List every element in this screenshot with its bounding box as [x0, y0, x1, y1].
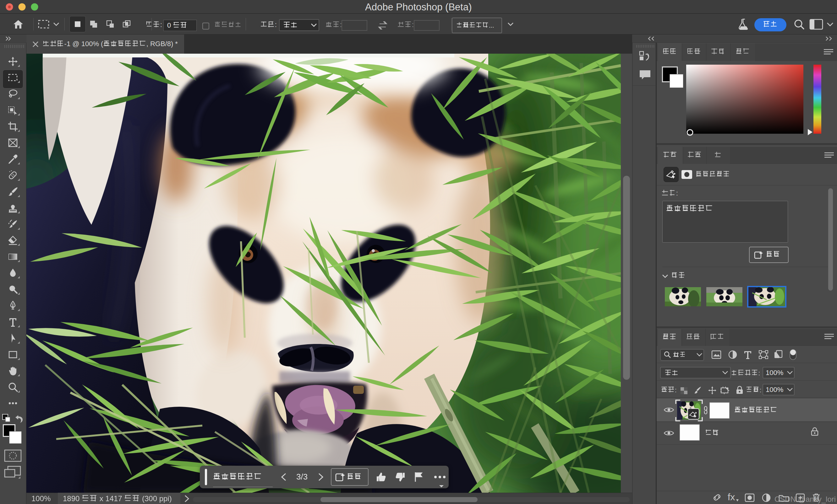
svg-text::: : [758, 369, 760, 377]
svg-text:x 1417: x 1417 [97, 494, 124, 503]
svg-text:100%: 100% [31, 494, 51, 503]
svg-text::: : [760, 386, 762, 394]
svg-text::: : [675, 386, 677, 394]
svg-text:(300 ppi): (300 ppi) [140, 494, 172, 503]
svg-text:0: 0 [167, 21, 173, 29]
svg-text:100%: 100% [766, 369, 783, 377]
svg-text:1890: 1890 [63, 494, 82, 503]
svg-text::: : [676, 189, 678, 197]
svg-text:CSDN @anky_lori: CSDN @anky_lori [774, 495, 836, 503]
svg-text:...: ... [489, 22, 494, 29]
svg-text::: : [160, 21, 162, 29]
svg-text:100%: 100% [766, 386, 783, 394]
svg-text::: : [275, 21, 277, 29]
svg-text:fx: fx [728, 492, 735, 502]
svg-text:-1 @ 100% (: -1 @ 100% ( [65, 40, 103, 48]
svg-text::: : [412, 21, 414, 29]
svg-text:3/3: 3/3 [296, 472, 308, 481]
svg-text:Adobe Photoshop (Beta): Adobe Photoshop (Beta) [365, 2, 472, 13]
svg-text:, RGB/8) *: , RGB/8) * [146, 40, 178, 48]
